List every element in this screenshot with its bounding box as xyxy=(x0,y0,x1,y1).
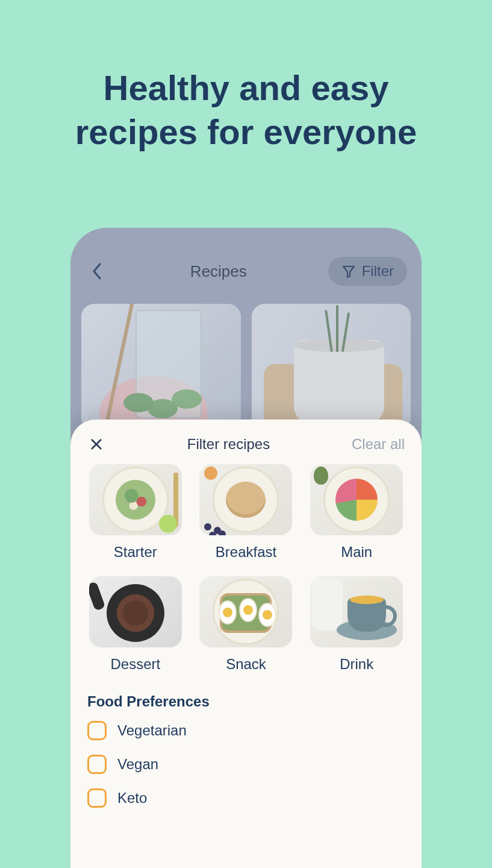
category-image xyxy=(89,464,182,535)
filter-button[interactable]: Filter xyxy=(328,257,407,286)
preference-vegan[interactable]: Vegan xyxy=(87,755,405,774)
phone-frame: Recipes Filter Filter recipes Clear all … xyxy=(70,228,422,868)
preference-label: Vegetarian xyxy=(117,722,187,739)
svg-marker-0 xyxy=(343,266,354,277)
filter-sheet: Filter recipes Clear all Starter Breakfa… xyxy=(70,420,422,868)
category-label: Breakfast xyxy=(216,544,276,561)
category-image xyxy=(89,576,182,647)
preference-label: Keto xyxy=(117,790,147,807)
category-label: Starter xyxy=(114,544,157,561)
close-icon xyxy=(89,437,104,451)
recipe-card[interactable] xyxy=(81,304,241,430)
category-image xyxy=(310,464,403,535)
page-title: Recipes xyxy=(190,262,247,281)
preferences-heading: Food Preferences xyxy=(87,693,405,710)
category-image xyxy=(310,576,403,647)
checkbox[interactable] xyxy=(87,755,107,774)
sheet-header: Filter recipes Clear all xyxy=(87,435,405,453)
hero-title: Healthy and easy recipes for everyone xyxy=(0,0,492,154)
checkbox[interactable] xyxy=(87,788,107,808)
clear-all-button[interactable]: Clear all xyxy=(352,436,405,453)
close-button[interactable] xyxy=(87,435,105,453)
recipe-preview-row xyxy=(70,298,422,430)
recipe-card[interactable] xyxy=(252,304,411,430)
app-header: Recipes Filter xyxy=(70,228,422,298)
category-label: Drink xyxy=(340,656,373,673)
category-breakfast[interactable]: Breakfast xyxy=(198,464,294,561)
checkbox[interactable] xyxy=(87,721,107,740)
category-snack[interactable]: Snack xyxy=(198,576,294,673)
back-button[interactable] xyxy=(85,259,109,283)
category-image xyxy=(199,576,292,647)
category-grid: Starter Breakfast Main Dessert Snack Dri… xyxy=(87,464,405,673)
category-drink[interactable]: Drink xyxy=(308,576,405,673)
sheet-title: Filter recipes xyxy=(187,436,270,453)
preference-keto[interactable]: Keto xyxy=(87,788,405,808)
hero-line-1: Healthy and easy xyxy=(0,66,492,110)
preferences-list: Vegetarian Vegan Keto xyxy=(87,721,405,808)
category-main[interactable]: Main xyxy=(308,464,405,561)
hero-line-2: recipes for everyone xyxy=(0,110,492,154)
category-label: Main xyxy=(341,544,372,561)
filter-button-label: Filter xyxy=(362,263,394,280)
category-dessert[interactable]: Dessert xyxy=(87,576,184,673)
preference-vegetarian[interactable]: Vegetarian xyxy=(87,721,405,740)
category-starter[interactable]: Starter xyxy=(87,464,184,561)
preference-label: Vegan xyxy=(117,756,158,773)
category-label: Snack xyxy=(226,656,266,673)
category-label: Dessert xyxy=(110,656,160,673)
chevron-left-icon xyxy=(92,263,102,280)
category-image xyxy=(199,464,292,535)
filter-icon xyxy=(341,264,356,278)
